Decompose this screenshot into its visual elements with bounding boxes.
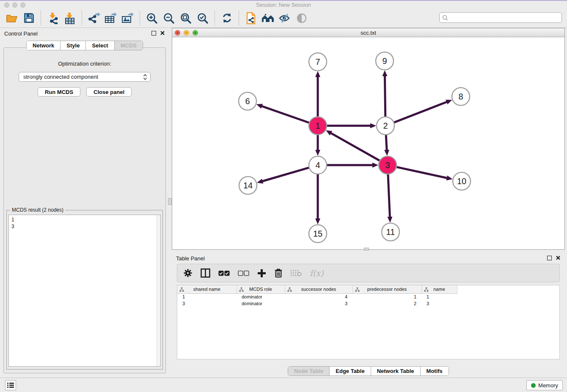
toolbar-separator [215, 11, 215, 25]
network-graph[interactable]: 7968124314101511 [172, 37, 564, 249]
table-cell[interactable]: 3 [285, 300, 352, 307]
split-columns-icon[interactable] [201, 268, 210, 278]
tab-style[interactable]: Style [61, 41, 86, 50]
delete-row-icon[interactable] [274, 268, 283, 278]
column-header-shared-name[interactable]: shared name [177, 285, 237, 293]
graph-edge-arrowhead [372, 163, 378, 168]
control-panel-header: Control Panel [0, 28, 169, 39]
column-tree-icon [355, 287, 360, 292]
node-table[interactable]: shared nameMCDS rolesuccessor nodesprede… [177, 285, 560, 359]
graph-edge-arrowhead [384, 150, 389, 156]
close-panel-button[interactable]: Close panel [86, 87, 132, 97]
table-cell[interactable]: 4 [285, 293, 352, 300]
tab-network[interactable]: Network [27, 41, 61, 50]
close-table-panel-icon[interactable] [556, 255, 561, 260]
search-input[interactable] [448, 13, 561, 22]
zoom-in-icon[interactable] [145, 11, 159, 25]
graph-edge-arrowhead [446, 175, 453, 180]
add-row-icon[interactable] [257, 269, 266, 278]
graph-edge-2-9[interactable] [385, 75, 385, 116]
mcds-result-list[interactable]: 1 3 [8, 215, 161, 367]
graph-edge-4-14[interactable] [262, 168, 309, 181]
duplicate-network-icon[interactable] [244, 11, 258, 25]
maximize-window-button[interactable] [20, 3, 25, 8]
table-cell[interactable]: 1 [421, 293, 457, 300]
save-floppy-glyph [24, 13, 34, 23]
graph-edge-3-11[interactable] [388, 174, 390, 218]
column-header-successor-nodes[interactable]: successor nodes [285, 285, 352, 293]
import-network-icon[interactable] [46, 11, 60, 25]
maximize-network-button[interactable]: + [193, 30, 198, 36]
tab-motifs[interactable]: Motifs [421, 367, 449, 375]
run-mcds-button[interactable]: Run MCDS [38, 87, 80, 97]
table-cell[interactable]: 2 [352, 300, 421, 307]
minimize-network-button[interactable]: − [184, 30, 189, 36]
graph-edge-3-1[interactable] [330, 133, 380, 161]
graph-edge-2-8[interactable] [394, 102, 448, 122]
optimization-criterion-select[interactable]: strongly connected component [19, 72, 151, 82]
column-header-name[interactable]: name [421, 285, 457, 293]
save-session-icon[interactable] [22, 11, 36, 25]
export-image-icon[interactable] [121, 11, 135, 25]
toolbar-separator [82, 11, 82, 25]
hide-style-icon[interactable] [278, 11, 292, 25]
window-controls [4, 3, 25, 8]
deselect-all-columns-icon[interactable] [238, 271, 249, 276]
tab-node-table[interactable]: Node Table [288, 367, 330, 375]
open-session-icon[interactable] [5, 11, 19, 25]
graph-edge-3-10[interactable] [396, 167, 447, 178]
table-cell[interactable]: dominator [237, 300, 285, 307]
control-panel-tabs: NetworkStyleSelectMCDS [0, 41, 169, 50]
close-network-button[interactable]: × [175, 30, 180, 36]
result-scrollbar[interactable] [157, 215, 160, 366]
toolbar-separator [140, 11, 140, 25]
table-cell[interactable]: 3 [421, 300, 457, 307]
graph-node-label-6: 6 [245, 97, 250, 106]
network-canvas[interactable]: 7968124314101511 [172, 37, 564, 249]
column-header-label: shared name [193, 287, 220, 292]
tab-network-table[interactable]: Network Table [371, 367, 421, 375]
table-row[interactable]: 3dominator323 [177, 300, 457, 307]
graph-node-label-3: 3 [385, 160, 390, 170]
column-header-predecessor-nodes[interactable]: predecessor nodes [352, 285, 421, 293]
table-cell[interactable]: 3 [177, 300, 237, 307]
table-cell[interactable]: 1 [177, 293, 237, 300]
vertical-split-handle[interactable] [168, 198, 172, 205]
graph-edge-2-3[interactable] [386, 135, 387, 151]
float-panel-icon[interactable] [151, 31, 156, 36]
minimize-window-button[interactable] [12, 3, 17, 8]
task-history-button[interactable] [5, 380, 16, 390]
zoom-out-icon[interactable] [162, 11, 176, 25]
column-header-MCDS-role[interactable]: MCDS role [237, 285, 285, 293]
import-table-icon[interactable] [63, 11, 77, 25]
tab-mcds[interactable]: MCDS [115, 41, 143, 50]
table-row[interactable]: 1dominator411 [177, 293, 457, 300]
checked-boxes-glyph [218, 271, 230, 276]
close-panel-icon[interactable] [160, 30, 165, 36]
columns-glyph [201, 268, 210, 278]
float-table-panel-icon[interactable] [547, 256, 552, 260]
close-window-button[interactable] [4, 3, 9, 8]
zoom-fit-icon[interactable] [179, 11, 193, 25]
horizontal-split-handle[interactable] [364, 248, 369, 251]
graph-node-label-11: 11 [386, 227, 395, 237]
memory-button[interactable]: Memory [526, 380, 563, 390]
home-icon[interactable] [261, 11, 275, 25]
refresh-layout-icon[interactable] [220, 11, 234, 25]
graph-node-label-7: 7 [315, 57, 320, 66]
toggle-birdseye-icon[interactable] [295, 11, 309, 25]
zoom-in-glyph [146, 12, 158, 24]
network-window-titlebar[interactable]: × − + scc.txt [172, 28, 564, 37]
tab-select[interactable]: Select [86, 41, 114, 50]
select-all-columns-icon[interactable] [218, 271, 230, 276]
table-cell[interactable]: 1 [352, 293, 421, 300]
mcds-result-group: MCDS result (2 nodes) 1 3 [6, 210, 163, 370]
export-table-icon[interactable] [104, 11, 118, 25]
table-settings-icon[interactable] [183, 268, 193, 278]
zoom-selected-icon[interactable] [195, 11, 210, 25]
export-network-icon[interactable] [87, 11, 101, 25]
graph-edge-1-6[interactable] [261, 106, 309, 123]
export-image-glyph [121, 12, 134, 24]
table-cell[interactable]: dominator [237, 293, 285, 300]
tab-edge-table[interactable]: Edge Table [330, 367, 371, 375]
